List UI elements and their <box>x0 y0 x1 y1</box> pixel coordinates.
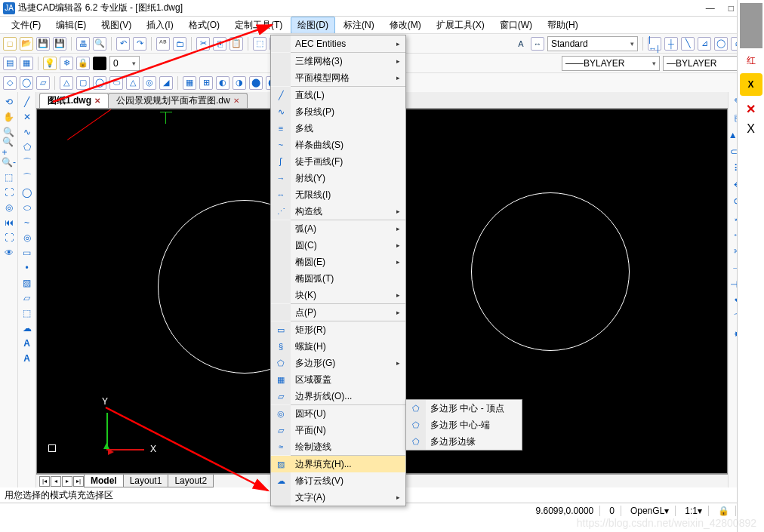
donut-tool-icon[interactable]: ◎ <box>20 231 34 244</box>
ellipse-tool-icon[interactable]: ⬭ <box>20 201 34 214</box>
eye-icon[interactable]: 👁 <box>2 246 16 260</box>
menu-item[interactable]: 窗口(W) <box>493 17 539 34</box>
new-file-icon[interactable]: □ <box>3 37 17 51</box>
menu-item[interactable]: 三维网格(3)▸ <box>271 53 405 69</box>
layout-tab[interactable]: Model <box>84 475 124 487</box>
torus-icon[interactable]: ◎ <box>143 76 156 90</box>
revcloud-tool-icon[interactable]: ☁ <box>20 321 34 335</box>
menu-item[interactable]: ⋰构造线▸ <box>271 203 405 220</box>
menu-item[interactable]: 圆(C)▸ <box>271 237 405 254</box>
menu-item[interactable]: 点(P)▸ <box>271 304 405 321</box>
spline-tool-icon[interactable]: ~ <box>20 216 34 229</box>
lock-icon[interactable]: 🔒 <box>76 57 90 70</box>
dims-icon[interactable]: |↔| <box>648 37 661 51</box>
shape2-icon[interactable]: ◯ <box>20 76 33 90</box>
xline-tool-icon[interactable]: ✕ <box>20 110 34 124</box>
cut-icon[interactable]: ✂ <box>196 37 210 51</box>
menu-item[interactable]: 定制工具(T) <box>228 17 289 34</box>
layer-select[interactable]: 0▾ <box>109 56 140 71</box>
saveas-icon[interactable]: 💾 <box>53 37 66 51</box>
tab-last-button[interactable]: ▸| <box>73 476 84 487</box>
menu-item[interactable]: 插入(I) <box>140 17 180 34</box>
rect-tool-icon[interactable]: ▭ <box>20 246 34 260</box>
menu-item[interactable]: ◎圆环(U) <box>271 405 405 422</box>
shade3-icon[interactable]: ⬤ <box>249 76 263 90</box>
arc2-tool-icon[interactable]: ⌒ <box>20 171 34 184</box>
cone-icon[interactable]: △ <box>126 76 140 90</box>
menu-item[interactable]: 平面模型网格▸ <box>271 69 405 86</box>
panel-close-icon[interactable]: ✕ <box>746 102 756 116</box>
zoom-prev-icon[interactable]: ⏮ <box>2 216 16 229</box>
shape1-icon[interactable]: ◇ <box>3 76 17 90</box>
submenu-item[interactable]: ⬠多边形 中心 - 顶点 <box>406 400 522 417</box>
shade2-icon[interactable]: ◑ <box>233 76 246 90</box>
menu-item[interactable]: ʃ徒手画线(F) <box>271 153 405 170</box>
status-lock-icon[interactable]: 🔒 <box>712 506 736 516</box>
tab-close-icon[interactable]: ✕ <box>94 97 100 105</box>
zoom-scale-icon[interactable]: ⛶ <box>2 231 16 244</box>
wipeout-tool-icon[interactable]: ⬚ <box>20 306 34 320</box>
document-tab[interactable]: 图纸1.dwg ✕ <box>39 93 109 108</box>
menu-item[interactable]: 帮助(H) <box>541 17 585 34</box>
zoom-ext-icon[interactable]: ⛶ <box>2 186 16 199</box>
menu-item[interactable]: 文件(F) <box>5 17 48 34</box>
pan-icon[interactable]: ✋ <box>2 110 16 124</box>
layout-tab[interactable]: Layout1 <box>123 475 169 487</box>
pyramid-icon[interactable]: △ <box>60 76 73 90</box>
zoom-all-icon[interactable]: ◎ <box>2 201 16 214</box>
open-file-icon[interactable]: 📂 <box>20 37 33 51</box>
menu-item[interactable]: ~样条曲线(S) <box>271 137 405 153</box>
style-select[interactable]: Standard▾ <box>547 36 638 51</box>
dims5-icon[interactable]: ◯ <box>714 37 728 51</box>
linetype-select[interactable]: —— BYLAYER▾ <box>562 56 660 71</box>
mtext-tool-icon[interactable]: A <box>20 337 34 350</box>
menu-item[interactable]: 块(K)▸ <box>271 287 405 303</box>
menu-item[interactable]: ≈绘制迹线 <box>271 438 405 455</box>
maximize-button[interactable]: □ <box>729 3 734 14</box>
shape3-icon[interactable]: ▱ <box>36 76 50 90</box>
zoom-win-icon[interactable]: ⬚ <box>2 171 16 184</box>
menu-item[interactable]: 扩展工具(X) <box>430 17 491 34</box>
zoom-out-icon[interactable]: 🔍- <box>2 155 16 169</box>
print-preview-icon[interactable]: 🔍 <box>93 37 106 51</box>
paste-icon[interactable]: 📋 <box>230 37 243 51</box>
wedge-icon[interactable]: ◢ <box>159 76 173 90</box>
cyl-icon[interactable]: ⬭ <box>109 76 123 90</box>
bulb-on-icon[interactable]: 💡 <box>43 57 57 70</box>
minimize-button[interactable]: — <box>706 3 715 14</box>
explorer-icon[interactable]: 🗀 <box>173 37 186 51</box>
submenu-item[interactable]: ⬠多边形 中心-端 <box>406 417 522 433</box>
layout-tab[interactable]: Layout2 <box>168 475 214 487</box>
menu-item[interactable]: 椭圆(E)▸ <box>271 254 405 270</box>
line-tool-icon[interactable]: ╱ <box>20 95 34 109</box>
menu-item[interactable]: ▦区域覆盖 <box>271 371 405 388</box>
circle-tool-icon[interactable]: ◯ <box>20 186 34 199</box>
layer-new-icon[interactable]: ▤ <box>3 57 17 70</box>
rotate-view-icon[interactable]: ⟲ <box>2 95 16 109</box>
menu-item[interactable]: ▱边界折线(O)... <box>271 388 405 404</box>
save-icon[interactable]: 💾 <box>36 37 50 51</box>
color-box-icon[interactable] <box>93 57 106 70</box>
menu-item[interactable]: ≡多线 <box>271 120 405 137</box>
text-tool-icon[interactable]: A <box>20 352 34 365</box>
menu-item[interactable]: 视图(V) <box>94 17 138 34</box>
region-tool-icon[interactable]: ▱ <box>20 291 34 305</box>
menu-item[interactable]: ▨边界填充(H)... <box>271 456 405 472</box>
tab-prev-button[interactable]: ◂ <box>51 476 61 487</box>
shade1-icon[interactable]: ◐ <box>216 76 230 90</box>
undo-icon[interactable]: ↶ <box>116 37 130 51</box>
submenu-item[interactable]: ⬠多边形边缘 <box>406 433 522 450</box>
status-scale[interactable]: 1:1 ▾ <box>679 506 709 516</box>
zoom-in-icon[interactable]: 🔍+ <box>2 140 16 154</box>
menu-item[interactable]: 标注(N) <box>337 17 381 34</box>
box-icon[interactable]: ▢ <box>76 76 90 90</box>
menu-item[interactable]: →射线(Y) <box>271 170 405 186</box>
menu-item[interactable]: ╱直线(L) <box>271 87 405 103</box>
arc-tool-icon[interactable]: ⌒ <box>20 155 34 169</box>
print-icon[interactable]: 🖶 <box>76 37 90 51</box>
dims2-icon[interactable]: ┼ <box>664 37 678 51</box>
menu-item[interactable]: 文字(A)▸ <box>271 489 405 506</box>
menu-item[interactable]: 修改(M) <box>383 17 428 34</box>
layer-mgr-icon[interactable]: ▦ <box>20 57 33 70</box>
hidden-icon[interactable]: ▦ <box>183 76 196 90</box>
